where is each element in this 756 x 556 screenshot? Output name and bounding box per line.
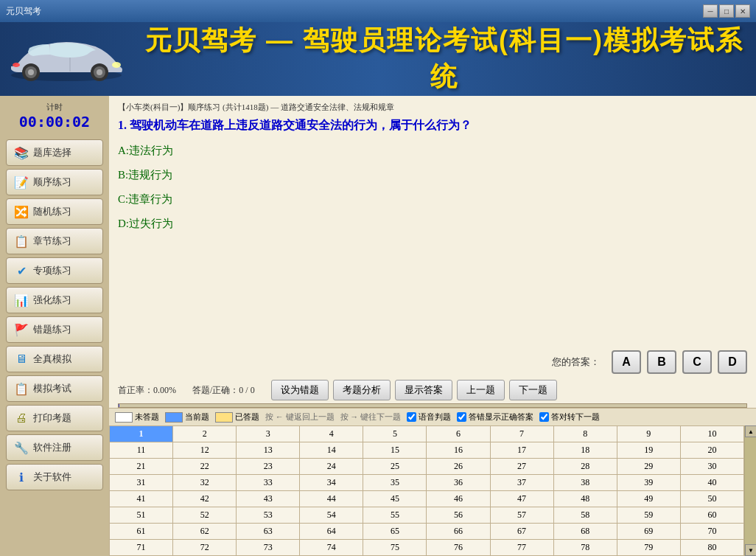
grid-cell-20[interactable]: 20 [680,442,743,459]
grid-cell-72[interactable]: 72 [173,540,237,556]
grid-cell-15[interactable]: 15 [363,442,427,459]
tiku-button[interactable]: 📚 题库选择 [6,139,103,166]
grid-cell-34[interactable]: 34 [300,475,363,491]
grid-cell-22[interactable]: 22 [173,459,237,475]
grid-cell-12[interactable]: 12 [173,442,237,459]
grid-cell-14[interactable]: 14 [300,442,363,459]
option-b[interactable]: B:违规行为 [118,167,747,184]
grid-cell-32[interactable]: 32 [173,475,237,491]
grid-cell-11[interactable]: 11 [110,442,173,459]
grid-cell-36[interactable]: 36 [427,475,490,491]
grid-cell-67[interactable]: 67 [490,524,553,540]
grid-cell-56[interactable]: 56 [427,507,490,524]
auto-next-checkbox[interactable] [539,412,549,422]
minimize-button[interactable]: ─ [703,4,718,18]
grid-cell-10[interactable]: 10 [680,426,743,442]
grid-cell-51[interactable]: 51 [110,507,173,524]
grid-cell-21[interactable]: 21 [110,459,173,475]
scroll-up-arrow[interactable]: ▲ [745,425,756,437]
analyze-button[interactable]: 考题分析 [333,380,391,400]
grid-cell-7[interactable]: 7 [490,426,553,442]
grid-cell-66[interactable]: 66 [427,524,490,540]
grid-cell-29[interactable]: 29 [617,459,680,475]
answer-btn-c[interactable]: C [682,350,712,374]
option-c[interactable]: C:违章行为 [118,191,747,208]
grid-cell-42[interactable]: 42 [173,491,237,507]
quantzhen-button[interactable]: 🖥 全真模拟 [6,346,103,372]
grid-cell-31[interactable]: 31 [110,475,173,491]
grid-cell-63[interactable]: 63 [237,524,300,540]
grid-cell-61[interactable]: 61 [110,524,173,540]
grid-cell-8[interactable]: 8 [553,426,617,442]
grid-cell-3[interactable]: 3 [237,426,300,442]
grid-cell-54[interactable]: 54 [300,507,363,524]
grid-cell-65[interactable]: 65 [363,524,427,540]
grid-cell-9[interactable]: 9 [617,426,680,442]
set-error-button[interactable]: 设为错题 [271,380,329,400]
voice-judge-check[interactable]: 语音判题 [407,411,451,423]
grid-cell-35[interactable]: 35 [363,475,427,491]
shunxu-button[interactable]: 📝 顺序练习 [6,169,103,195]
grid-cell-58[interactable]: 58 [553,507,617,524]
grid-cell-74[interactable]: 74 [300,540,363,556]
suiji-button[interactable]: 🔀 随机练习 [6,198,103,225]
close-button[interactable]: ✕ [735,4,750,18]
scroll-down-arrow[interactable]: ▼ [745,544,756,556]
grid-cell-37[interactable]: 37 [490,475,553,491]
grid-cell-43[interactable]: 43 [237,491,300,507]
grid-cell-68[interactable]: 68 [553,524,617,540]
grid-cell-79[interactable]: 79 [617,540,680,556]
grid-cell-44[interactable]: 44 [300,491,363,507]
cuoti-button[interactable]: 🚩 错题练习 [6,316,103,343]
grid-cell-4[interactable]: 4 [300,426,363,442]
voice-judge-checkbox[interactable] [407,412,416,422]
grid-cell-45[interactable]: 45 [363,491,427,507]
show-correct-check[interactable]: 答错显示正确答案 [457,411,533,423]
grid-cell-77[interactable]: 77 [490,540,553,556]
show-answer-button[interactable]: 显示答案 [395,380,452,400]
zhuce-button[interactable]: 🔧 软件注册 [6,434,103,461]
grid-cell-40[interactable]: 40 [680,475,743,491]
zhanjie-button[interactable]: 📋 章节练习 [6,228,103,254]
grid-cell-69[interactable]: 69 [617,524,680,540]
grid-cell-26[interactable]: 26 [427,459,490,475]
grid-cell-5[interactable]: 5 [363,426,427,442]
grid-cell-1[interactable]: 1 [110,426,173,442]
option-d[interactable]: D:过失行为 [118,215,747,232]
answer-btn-a[interactable]: A [612,350,641,374]
grid-cell-64[interactable]: 64 [300,524,363,540]
grid-cell-50[interactable]: 50 [680,491,743,507]
grid-cell-71[interactable]: 71 [110,540,173,556]
grid-cell-38[interactable]: 38 [553,475,617,491]
grid-cell-70[interactable]: 70 [680,524,743,540]
zhuanxiang-button[interactable]: ✔ 专项练习 [6,257,103,284]
grid-cell-48[interactable]: 48 [553,491,617,507]
grid-cell-33[interactable]: 33 [237,475,300,491]
grid-cell-73[interactable]: 73 [237,540,300,556]
grid-cell-78[interactable]: 78 [553,540,617,556]
grid-cell-24[interactable]: 24 [300,459,363,475]
grid-cell-60[interactable]: 60 [680,507,743,524]
prev-question-button[interactable]: 上一题 [457,380,505,400]
moni-button[interactable]: 📋 模拟考试 [6,375,103,402]
grid-cell-57[interactable]: 57 [490,507,553,524]
grid-cell-62[interactable]: 62 [173,524,237,540]
qianghua-button[interactable]: 📊 强化练习 [6,287,103,313]
grid-cell-46[interactable]: 46 [427,491,490,507]
grid-cell-17[interactable]: 17 [490,442,553,459]
grid-cell-27[interactable]: 27 [490,459,553,475]
grid-cell-25[interactable]: 25 [363,459,427,475]
grid-cell-55[interactable]: 55 [363,507,427,524]
option-a[interactable]: A:违法行为 [118,142,747,159]
grid-cell-53[interactable]: 53 [237,507,300,524]
grid-cell-28[interactable]: 28 [553,459,617,475]
grid-cell-41[interactable]: 41 [110,491,173,507]
grid-cell-39[interactable]: 39 [617,475,680,491]
grid-cell-18[interactable]: 18 [553,442,617,459]
grid-cell-47[interactable]: 47 [490,491,553,507]
grid-cell-2[interactable]: 2 [173,426,237,442]
show-correct-checkbox[interactable] [457,412,466,422]
answer-btn-b[interactable]: B [647,350,676,374]
grid-cell-30[interactable]: 30 [680,459,743,475]
grid-cell-16[interactable]: 16 [427,442,490,459]
